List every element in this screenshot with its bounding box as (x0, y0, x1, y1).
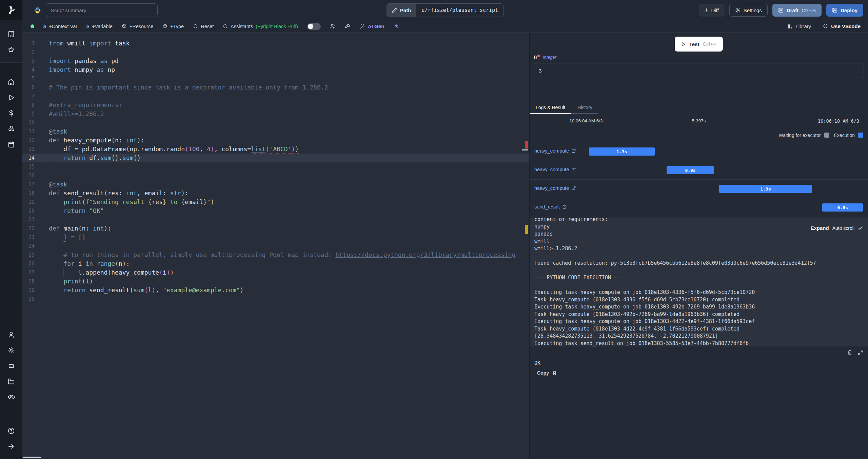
toolbar-toggle[interactable] (307, 23, 321, 30)
job-link[interactable]: send_result (534, 204, 567, 209)
test-shortcut: Ctrl+↵ (703, 41, 717, 47)
code-line: 21 (22, 215, 529, 224)
line-number: 30 (26, 295, 35, 303)
log-line: [28.348434282735113, 31.625429237520784,… (534, 333, 868, 340)
draft-shortcut: Ctrl+S (802, 7, 816, 13)
diff-button[interactable]: ± Diff (699, 4, 725, 17)
box-icon (122, 24, 127, 29)
reset-button[interactable]: Reset (193, 24, 214, 29)
line-number: 4 (26, 65, 35, 74)
status-dot (31, 24, 34, 28)
collapse-arrow-icon[interactable] (0, 439, 22, 454)
line-number: 9 (26, 109, 35, 118)
add-variable-button[interactable]: $+Variable (86, 24, 113, 29)
line-number: 14 (26, 154, 35, 162)
copy-result-icon[interactable] (847, 350, 853, 356)
line-number: 26 (26, 259, 35, 268)
logs-box[interactable]: content of requirements:numpypandaswmill… (530, 218, 868, 346)
log-line: found cached resolution: py-513b3fcb7b5e… (534, 260, 868, 267)
audit-eye-icon[interactable] (0, 389, 22, 405)
favorites-icon[interactable] (0, 42, 22, 58)
code-line: 27 l.append(heavy_compute(i)) (22, 268, 529, 277)
use-vscode-button[interactable]: Use VScode (823, 23, 861, 29)
help-icon[interactable] (0, 423, 22, 439)
fullscreen-icon[interactable] (857, 350, 863, 356)
code-line: 3import pandas as pd (22, 57, 529, 65)
save-icon (778, 7, 784, 13)
script-summary-input[interactable] (46, 3, 158, 17)
log-line: --- PYTHON CODE EXECUTION --- (534, 274, 868, 282)
home-icon[interactable] (0, 74, 22, 90)
pencil-icon (392, 8, 397, 13)
code-line: 16 (22, 171, 529, 180)
job-link[interactable]: heavy_compute (534, 167, 576, 172)
add-resource-button[interactable]: +Resource (122, 24, 154, 29)
waiting-color-square (824, 133, 829, 138)
external-link-icon (571, 148, 576, 153)
settings-gear-icon[interactable] (0, 342, 22, 358)
log-line: Executing task send_result on job 018e13… (534, 340, 868, 347)
expand-logs-button[interactable]: Expand (810, 225, 829, 231)
path-value: u/rfiszel/pleasant_script (416, 4, 504, 17)
argument-n-input[interactable] (534, 63, 864, 78)
tab-logs-result[interactable]: Logs & Result (530, 102, 571, 114)
start-time: 10:06:04 AM 6/3 (530, 118, 643, 123)
settings-button[interactable]: Settings (729, 4, 768, 17)
user-icon[interactable] (0, 327, 22, 342)
check-icon (858, 225, 863, 231)
assistants-button[interactable]: Assistants (Pyright Black Ruff) (223, 24, 298, 29)
line-number: 24 (26, 242, 35, 251)
left-sidebar (0, 0, 22, 459)
log-line: wmill>=1.286.2 (534, 245, 868, 253)
add-context-var-button[interactable]: $+Context Var (43, 24, 77, 29)
execution-row: heavy_compute1.9s (530, 180, 868, 198)
result-value: OK (534, 360, 540, 366)
autoscroll-label[interactable]: Auto scroll (832, 225, 854, 231)
line-number: 12 (26, 136, 35, 145)
schedules-icon[interactable] (0, 137, 22, 152)
execution-row: send_result0.8s (530, 198, 868, 217)
play-icon (681, 42, 686, 47)
clipboard-icon (552, 371, 557, 376)
log-line: Task heavy_compute (018e1303-4336-f5f6-d… (534, 296, 868, 304)
workspace-icon[interactable] (0, 26, 22, 42)
reset-icon (193, 24, 198, 29)
error-marker (525, 141, 528, 148)
line-number: 25 (26, 251, 35, 259)
tab-history[interactable]: History (571, 102, 598, 114)
format-brush-icon[interactable] (345, 23, 351, 29)
execution-row: heavy_compute0.9s (530, 161, 868, 180)
line-number: 20 (26, 206, 35, 215)
result-tabs: Logs & Result History (530, 102, 868, 114)
test-button[interactable]: Test Ctrl+↵ (675, 37, 723, 52)
job-link[interactable]: heavy_compute (534, 185, 576, 191)
library-button[interactable]: Library (787, 23, 811, 29)
ai-gen-button[interactable]: AI Gen (360, 23, 384, 29)
workers-icon[interactable] (0, 358, 22, 374)
horizontal-scrollbar[interactable] (23, 457, 41, 458)
line-number: 2 (26, 48, 35, 57)
line-number: 22 (26, 224, 35, 233)
multiplayer-icon[interactable] (330, 23, 336, 29)
windmill-logo[interactable] (0, 0, 22, 20)
resources-icon[interactable] (0, 121, 22, 137)
refresh-icon (223, 24, 228, 29)
path-button[interactable]: Path u/rfiszel/pleasant_script (387, 3, 504, 17)
folders-icon[interactable] (0, 374, 22, 389)
job-meta: 10:06:04 AM 6/3 5.397s 10:06:10 AM 6/3 (530, 114, 868, 128)
divider (530, 99, 868, 99)
variables-icon[interactable] (0, 105, 22, 121)
deploy-button[interactable]: Deploy (826, 4, 863, 17)
add-type-button[interactable]: +Type (162, 24, 184, 29)
code-editor[interactable]: 1from wmill import task23import pandas a… (22, 33, 529, 459)
legend-waiting-label: Waiting for executor (779, 133, 821, 138)
job-link[interactable]: heavy_compute (534, 148, 576, 154)
code-line: 22def main(n: int): (22, 224, 529, 233)
log-line (534, 267, 868, 275)
sparkles-icon[interactable] (393, 23, 399, 29)
copy-button[interactable]: Copy (537, 370, 557, 376)
draft-button[interactable]: Draft Ctrl+S (772, 4, 822, 17)
code-line: 7 (22, 92, 529, 101)
runs-icon[interactable] (0, 90, 22, 105)
line-number: 23 (26, 233, 35, 242)
